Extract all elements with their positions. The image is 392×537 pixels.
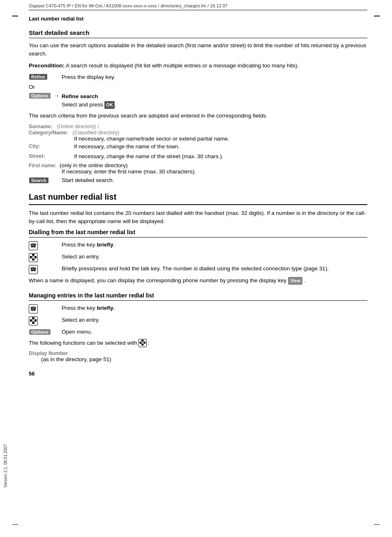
dial-icon-3-cell: ☎ — [29, 265, 62, 274]
category-value: (Classified directory) — [70, 130, 120, 136]
firstname-label: First name: — [29, 163, 56, 168]
nav-icon-3 — [138, 339, 147, 347]
svg-point-14 — [142, 341, 144, 343]
category-label: Category/Name: — [29, 130, 68, 136]
display-number-label: Display Number — [29, 350, 367, 356]
firstname-extra: If necessary, enter the first name (max.… — [29, 168, 367, 175]
arrow-icon: → — [54, 92, 59, 99]
section2-para1: The last number redial list contains the… — [29, 209, 367, 226]
refine-row: Refine Press the display key. — [29, 73, 367, 81]
dial-text-3: Briefly press/press and hold the talk ke… — [62, 265, 367, 273]
dialling-subsection: Dialling from the last number redial lis… — [29, 229, 367, 285]
precondition-text: A search result is displayed (hit list w… — [66, 62, 299, 69]
managing-heading: Managing entries in the last number redi… — [29, 292, 367, 301]
section1-precondition: Precondition: A search result is display… — [29, 62, 367, 70]
manage-icon-2-cell — [29, 316, 62, 325]
options-badge: Options — [29, 93, 51, 99]
phone-icon-2: ☎ — [29, 265, 38, 274]
bottom-mark-left — [12, 524, 18, 525]
svg-rect-8 — [35, 319, 37, 322]
manage-text-3: Open menu. — [62, 328, 367, 336]
refine-search-text: Refine search — [62, 93, 98, 99]
svg-rect-10 — [142, 340, 144, 341]
manage-row-3: Options Open menu. — [29, 328, 367, 336]
following-text-after: : — [148, 340, 149, 346]
or-text-line: Or — [29, 84, 367, 90]
view-badge: View — [288, 277, 302, 285]
dial-row-2: Select an entry. — [29, 253, 367, 262]
breadcrumb-label: Last number redial list — [29, 16, 367, 22]
view-para-after: . — [304, 277, 306, 283]
margin-mark-right — [374, 16, 380, 16]
header-text: Gigaset C470-475 IP / EN for IM-Ost / A3… — [29, 3, 228, 8]
display-number-block: Display Number (as in the directory, pag… — [29, 350, 367, 362]
svg-rect-2 — [30, 256, 32, 258]
margin-mark-left — [12, 16, 18, 16]
or-text: Or — [29, 84, 35, 90]
dial-icon-2-cell — [29, 253, 62, 262]
search-badge-cell: Search — [29, 176, 62, 183]
precondition-label: Precondition: — [29, 62, 65, 69]
options-badge-2: Options — [29, 329, 51, 335]
dial-text-2: Select an entry. — [62, 253, 367, 261]
category-extra: If necessary, change name/trade sector o… — [29, 136, 367, 142]
svg-rect-11 — [142, 344, 144, 346]
last-number-redial-section: Last number redial list The last number … — [29, 192, 367, 377]
surname-category-row: Surname: (Online directory) / Category/N… — [29, 123, 367, 142]
surname-label: Surname: — [29, 124, 53, 129]
street-row: Street: If necessary, change the name of… — [29, 152, 367, 161]
svg-rect-3 — [35, 256, 37, 258]
phone-icon-3: ☎ — [29, 304, 38, 313]
briefly-text-2: briefly — [97, 305, 114, 311]
section1-heading: Start detailed search — [29, 29, 367, 38]
street-value: If necessary, change the name of the str… — [74, 152, 367, 161]
fields-block: Surname: (Online directory) / Category/N… — [29, 123, 367, 175]
city-label: City: — [29, 143, 74, 150]
svg-rect-7 — [30, 319, 32, 322]
nav-icon-2 — [29, 316, 38, 325]
manage-icon-1-cell: ☎ — [29, 304, 62, 313]
street-label: Street: — [29, 152, 74, 160]
options-badge-cell: Options → — [29, 92, 62, 99]
city-row: City: If necessary, change the name of t… — [29, 143, 367, 151]
page-header: Gigaset C470-475 IP / EN for IM-Ost / A3… — [29, 0, 367, 10]
svg-rect-6 — [32, 322, 35, 324]
following-text-before: The following functions can be selected … — [29, 340, 137, 346]
view-para-before: When a name is displayed, you can displa… — [29, 277, 286, 283]
firstname-row: First name: (only in the online director… — [29, 162, 367, 175]
section2-heading: Last number redial list — [29, 192, 367, 205]
manage-text-1: Press the key briefly. — [62, 304, 367, 312]
managing-subsection: Managing entries in the last number redi… — [29, 292, 367, 362]
nav-icon-1 — [29, 253, 38, 262]
page-container: Gigaset C470-475 IP / EN for IM-Ost / A3… — [0, 0, 392, 537]
manage-icon-3-cell: Options — [29, 328, 62, 334]
firstname-value: (only in the online directory) — [58, 162, 128, 168]
svg-rect-5 — [32, 317, 35, 319]
surname-value: (Online directory) / — [54, 124, 99, 129]
search-row: Search Start detailed search. — [29, 176, 367, 184]
svg-rect-0 — [32, 254, 35, 256]
options-row: Options → Refine search Select and press… — [29, 92, 367, 109]
refine-desc: Press the display key. — [62, 73, 367, 81]
svg-point-4 — [32, 256, 35, 258]
section1-para1: You can use the search options available… — [29, 41, 367, 58]
select-press-text: Select and press — [62, 101, 103, 108]
display-number-value: (as in the directory, page 51) — [29, 356, 367, 362]
city-value: If necessary, change the name of the tow… — [74, 143, 367, 151]
side-version-text: Version 2.1, 08.01.2007 — [3, 444, 8, 488]
ok-badge: OK — [104, 101, 115, 109]
search-badge: Search — [29, 177, 48, 183]
manage-row-2: Select an entry. — [29, 316, 367, 325]
svg-rect-13 — [144, 341, 146, 343]
dial-icon-1-cell: ☎ — [29, 241, 62, 250]
adopted-text: The search criteria from the previous se… — [29, 112, 367, 120]
dial-row-3: ☎ Briefly press/press and hold the talk … — [29, 265, 367, 274]
briefly-text-1: briefly — [97, 242, 114, 248]
svg-rect-12 — [140, 341, 141, 343]
dial-text-1: Press the key briefly. — [62, 241, 367, 249]
view-paragraph: When a name is displayed, you can displa… — [29, 277, 367, 285]
manage-row-1: ☎ Press the key briefly. — [29, 304, 367, 313]
manage-text-2: Select an entry. — [62, 316, 367, 324]
following-functions-line: The following functions can be selected … — [29, 339, 367, 347]
svg-point-9 — [32, 319, 35, 322]
